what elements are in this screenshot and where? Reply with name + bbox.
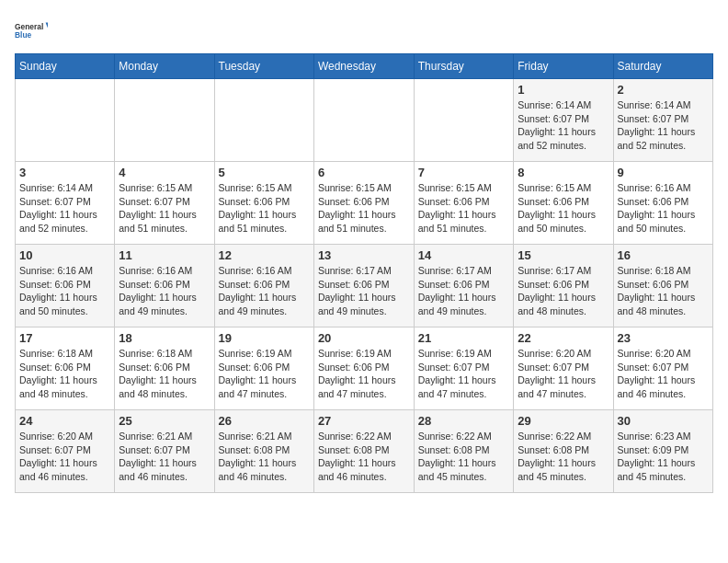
calendar-cell: 20Sunrise: 6:19 AM Sunset: 6:06 PM Dayli… [313,327,414,410]
calendar-cell: 2Sunrise: 6:14 AM Sunset: 6:07 PM Daylig… [613,79,712,162]
day-number: 14 [418,248,510,262]
day-number: 23 [618,331,709,345]
day-number: 15 [518,248,609,262]
day-info: Sunrise: 6:15 AM Sunset: 6:06 PM Dayligh… [219,181,310,236]
calendar-table: SundayMondayTuesdayWednesdayThursdayFrid… [15,53,713,493]
calendar-cell: 19Sunrise: 6:19 AM Sunset: 6:06 PM Dayli… [214,327,313,410]
calendar-cell: 5Sunrise: 6:15 AM Sunset: 6:06 PM Daylig… [214,162,313,245]
calendar-cell: 10Sunrise: 6:16 AM Sunset: 6:06 PM Dayli… [16,245,115,327]
day-info: Sunrise: 6:19 AM Sunset: 6:07 PM Dayligh… [418,347,510,401]
calendar-week-5: 24Sunrise: 6:20 AM Sunset: 6:07 PM Dayli… [16,410,713,493]
page-header: General Blue [15,15,713,48]
calendar-cell: 15Sunrise: 6:17 AM Sunset: 6:06 PM Dayli… [514,245,613,327]
col-header-tuesday: Tuesday [214,54,313,79]
calendar-cell: 9Sunrise: 6:16 AM Sunset: 6:06 PM Daylig… [613,162,712,245]
day-number: 10 [19,248,110,262]
day-number: 25 [119,414,210,428]
calendar-cell [115,79,214,162]
logo-svg: General Blue [15,15,48,48]
day-number: 2 [618,83,709,97]
day-number: 20 [318,331,410,345]
svg-text:General: General [15,22,43,31]
day-info: Sunrise: 6:16 AM Sunset: 6:06 PM Dayligh… [219,264,310,318]
calendar-cell: 17Sunrise: 6:18 AM Sunset: 6:06 PM Dayli… [16,327,115,410]
calendar-week-4: 17Sunrise: 6:18 AM Sunset: 6:06 PM Dayli… [16,327,713,410]
day-info: Sunrise: 6:14 AM Sunset: 6:07 PM Dayligh… [618,98,709,153]
calendar-cell: 23Sunrise: 6:20 AM Sunset: 6:07 PM Dayli… [613,327,712,410]
calendar-cell: 7Sunrise: 6:15 AM Sunset: 6:06 PM Daylig… [414,162,514,245]
day-info: Sunrise: 6:21 AM Sunset: 6:08 PM Dayligh… [219,430,310,484]
day-number: 22 [518,331,609,345]
col-header-friday: Friday [514,54,613,79]
day-number: 4 [119,166,210,179]
calendar-cell: 12Sunrise: 6:16 AM Sunset: 6:06 PM Dayli… [214,245,313,327]
calendar-cell: 6Sunrise: 6:15 AM Sunset: 6:06 PM Daylig… [313,162,414,245]
day-info: Sunrise: 6:20 AM Sunset: 6:07 PM Dayligh… [518,347,609,401]
day-info: Sunrise: 6:15 AM Sunset: 6:07 PM Dayligh… [119,181,210,236]
calendar-cell: 27Sunrise: 6:22 AM Sunset: 6:08 PM Dayli… [313,410,414,493]
calendar-cell: 3Sunrise: 6:14 AM Sunset: 6:07 PM Daylig… [16,162,115,245]
calendar-cell [414,79,514,162]
day-number: 18 [119,331,210,345]
day-info: Sunrise: 6:20 AM Sunset: 6:07 PM Dayligh… [19,430,110,484]
day-number: 6 [318,166,410,179]
calendar-cell: 11Sunrise: 6:16 AM Sunset: 6:06 PM Dayli… [115,245,214,327]
day-number: 11 [119,248,210,262]
calendar-cell: 4Sunrise: 6:15 AM Sunset: 6:07 PM Daylig… [115,162,214,245]
day-info: Sunrise: 6:19 AM Sunset: 6:06 PM Dayligh… [318,347,410,401]
col-header-wednesday: Wednesday [313,54,414,79]
col-header-saturday: Saturday [613,54,712,79]
calendar-cell [214,79,313,162]
day-info: Sunrise: 6:20 AM Sunset: 6:07 PM Dayligh… [618,347,709,401]
col-header-monday: Monday [115,54,214,79]
day-info: Sunrise: 6:22 AM Sunset: 6:08 PM Dayligh… [318,430,410,484]
calendar-cell: 26Sunrise: 6:21 AM Sunset: 6:08 PM Dayli… [214,410,313,493]
calendar-cell: 16Sunrise: 6:18 AM Sunset: 6:06 PM Dayli… [613,245,712,327]
calendar-cell: 13Sunrise: 6:17 AM Sunset: 6:06 PM Dayli… [313,245,414,327]
calendar-cell: 8Sunrise: 6:15 AM Sunset: 6:06 PM Daylig… [514,162,613,245]
calendar-week-3: 10Sunrise: 6:16 AM Sunset: 6:06 PM Dayli… [16,245,713,327]
day-info: Sunrise: 6:15 AM Sunset: 6:06 PM Dayligh… [418,181,510,236]
calendar-cell: 21Sunrise: 6:19 AM Sunset: 6:07 PM Dayli… [414,327,514,410]
day-number: 8 [518,166,609,179]
day-number: 9 [618,166,709,179]
day-info: Sunrise: 6:21 AM Sunset: 6:07 PM Dayligh… [119,430,210,484]
calendar-cell: 29Sunrise: 6:22 AM Sunset: 6:08 PM Dayli… [514,410,613,493]
col-header-thursday: Thursday [414,54,514,79]
day-number: 21 [418,331,510,345]
calendar-cell [16,79,115,162]
day-number: 29 [518,414,609,428]
col-header-sunday: Sunday [16,54,115,79]
day-info: Sunrise: 6:18 AM Sunset: 6:06 PM Dayligh… [19,347,110,401]
day-number: 30 [618,414,709,428]
day-info: Sunrise: 6:14 AM Sunset: 6:07 PM Dayligh… [19,181,110,236]
calendar-cell: 28Sunrise: 6:22 AM Sunset: 6:08 PM Dayli… [414,410,514,493]
day-number: 5 [219,166,310,179]
day-info: Sunrise: 6:16 AM Sunset: 6:06 PM Dayligh… [19,264,110,318]
logo: General Blue [15,15,48,48]
day-number: 24 [19,414,110,428]
day-number: 3 [19,166,110,179]
day-info: Sunrise: 6:16 AM Sunset: 6:06 PM Dayligh… [618,181,709,236]
day-number: 26 [219,414,310,428]
day-number: 13 [318,248,410,262]
day-info: Sunrise: 6:14 AM Sunset: 6:07 PM Dayligh… [518,98,609,153]
day-info: Sunrise: 6:18 AM Sunset: 6:06 PM Dayligh… [618,264,709,318]
day-info: Sunrise: 6:19 AM Sunset: 6:06 PM Dayligh… [219,347,310,401]
svg-text:Blue: Blue [15,30,32,40]
day-number: 17 [19,331,110,345]
calendar-cell: 1Sunrise: 6:14 AM Sunset: 6:07 PM Daylig… [514,79,613,162]
calendar-cell [313,79,414,162]
day-number: 7 [418,166,510,179]
day-info: Sunrise: 6:15 AM Sunset: 6:06 PM Dayligh… [518,181,609,236]
day-info: Sunrise: 6:22 AM Sunset: 6:08 PM Dayligh… [418,430,510,484]
day-number: 16 [618,248,709,262]
calendar-cell: 22Sunrise: 6:20 AM Sunset: 6:07 PM Dayli… [514,327,613,410]
calendar-week-1: 1Sunrise: 6:14 AM Sunset: 6:07 PM Daylig… [16,79,713,162]
calendar-cell: 24Sunrise: 6:20 AM Sunset: 6:07 PM Dayli… [16,410,115,493]
day-info: Sunrise: 6:17 AM Sunset: 6:06 PM Dayligh… [518,264,609,318]
calendar-cell: 14Sunrise: 6:17 AM Sunset: 6:06 PM Dayli… [414,245,514,327]
day-info: Sunrise: 6:16 AM Sunset: 6:06 PM Dayligh… [119,264,210,318]
day-info: Sunrise: 6:17 AM Sunset: 6:06 PM Dayligh… [318,264,410,318]
calendar-week-2: 3Sunrise: 6:14 AM Sunset: 6:07 PM Daylig… [16,162,713,245]
